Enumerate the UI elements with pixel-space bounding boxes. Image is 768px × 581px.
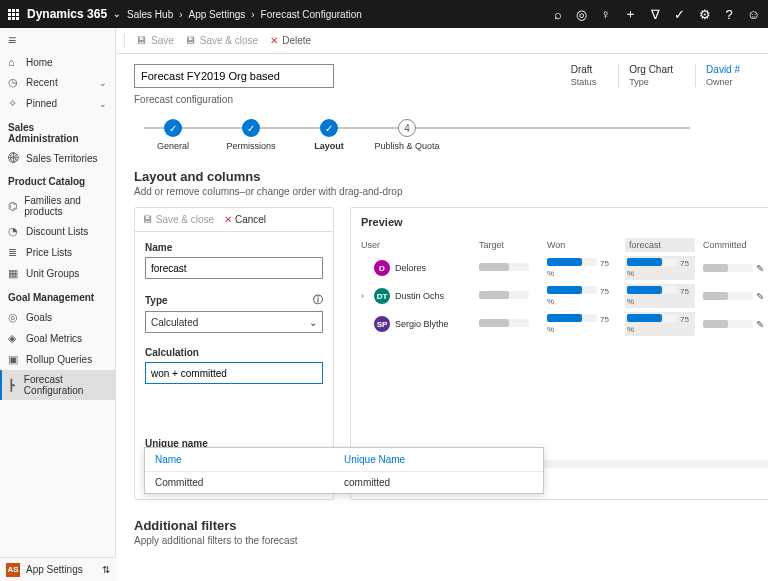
- delete-icon: ✕: [270, 35, 278, 46]
- sidebar-item-prices[interactable]: ≣Price Lists: [0, 242, 115, 263]
- sidebar-item-home[interactable]: ⌂Home: [0, 52, 115, 72]
- record-subtitle: Forecast configuration: [134, 94, 334, 105]
- avatar: D: [374, 260, 390, 276]
- brand[interactable]: Dynamics 365⌄: [27, 7, 121, 21]
- name-label: Name: [145, 242, 323, 253]
- sidebar-group: Goal Management: [0, 284, 115, 307]
- waffle-icon[interactable]: [8, 9, 19, 20]
- chevron-down-icon: ⌄: [99, 99, 107, 109]
- calculation-input[interactable]: [145, 362, 323, 384]
- table-row: SPSergio Blythe: [361, 316, 471, 332]
- save-icon: 💾︎: [137, 35, 147, 46]
- dd-col-unique: Unique Name: [344, 454, 533, 465]
- col-target: Target: [479, 240, 539, 250]
- breadcrumb[interactable]: Sales Hub: [127, 9, 173, 20]
- globe-icon: 🌐︎: [8, 152, 20, 164]
- edit-icon[interactable]: ✎: [756, 263, 764, 274]
- section-title: Layout and columns: [134, 169, 750, 184]
- expand-icon[interactable]: ›: [361, 291, 369, 301]
- table-row: ›DTDustin Ochs: [361, 288, 471, 304]
- sidebar-item-pinned[interactable]: ✧Pinned⌄: [0, 93, 115, 114]
- avatar: DT: [374, 288, 390, 304]
- chevron-down-icon: ⌄: [99, 78, 107, 88]
- sidebar-item-rollup[interactable]: ▣Rollup Queries: [0, 349, 115, 370]
- sidebar-item-forecast-config[interactable]: ┣Forecast Configuration: [0, 370, 115, 400]
- col-user: User: [361, 240, 471, 250]
- search-icon[interactable]: ⌕: [554, 7, 562, 22]
- step-general[interactable]: ✓General: [134, 119, 212, 151]
- help-icon[interactable]: ?: [725, 7, 732, 22]
- panel-cancel[interactable]: ✕ Cancel: [224, 214, 266, 225]
- account-icon[interactable]: ☺: [747, 7, 760, 22]
- sidebar-group: Product Catalog: [0, 168, 115, 191]
- save-button[interactable]: 💾︎Save: [137, 35, 174, 46]
- col-committed: Committed: [703, 240, 768, 250]
- add-icon[interactable]: ＋: [624, 5, 637, 23]
- step-permissions[interactable]: ✓Permissions: [212, 119, 290, 151]
- save-close-button[interactable]: 💾︎Save & close: [186, 35, 258, 46]
- sidebar-item-families[interactable]: ⌬Families and products: [0, 191, 115, 221]
- units-icon: ▦: [8, 267, 20, 280]
- assistant-icon[interactable]: ◎: [576, 7, 587, 22]
- add-filters-button[interactable]: ＋Add filters: [134, 556, 750, 557]
- goal-icon: ◎: [8, 311, 20, 324]
- global-actions: ⌕ ◎ ♀ ＋ ∇ ✓ ⚙ ? ☺: [554, 5, 760, 23]
- owner-link[interactable]: David #: [706, 64, 740, 75]
- record-header-meta: DraftStatus Org ChartType David #Owner: [561, 64, 750, 87]
- tree-icon: ⌬: [8, 200, 18, 213]
- preview-title: Preview: [361, 216, 768, 228]
- filter-icon[interactable]: ∇: [651, 7, 660, 22]
- sidebar: ≡ ⌂Home ◷Recent⌄ ✧Pinned⌄ Sales Administ…: [0, 28, 116, 557]
- rollup-icon: ▣: [8, 353, 20, 366]
- edit-icon[interactable]: ✎: [756, 291, 764, 302]
- home-icon: ⌂: [8, 56, 20, 68]
- name-input[interactable]: [145, 257, 323, 279]
- delete-button[interactable]: ✕Delete: [270, 35, 311, 46]
- step-publish[interactable]: 4Publish & Quota: [368, 119, 446, 151]
- avatar: SP: [374, 316, 390, 332]
- type-select[interactable]: Calculated⌄: [145, 311, 323, 333]
- breadcrumb[interactable]: Forecast Configuration: [261, 9, 362, 20]
- dd-col-name: Name: [155, 454, 344, 465]
- forecast-icon: ┣: [8, 379, 18, 392]
- sidebar-item-discounts[interactable]: ◔Discount Lists: [0, 221, 115, 242]
- breadcrumb[interactable]: App Settings: [189, 9, 246, 20]
- pin-icon: ✧: [8, 97, 20, 110]
- chevron-updown-icon: ⇅: [102, 564, 110, 575]
- col-won: Won: [547, 240, 617, 250]
- lightbulb-icon[interactable]: ♀: [601, 7, 611, 22]
- col-forecast: forecast: [625, 238, 695, 252]
- global-nav: Dynamics 365⌄ Sales Hub › App Settings ›…: [0, 0, 768, 28]
- settings-icon[interactable]: ⚙: [699, 7, 711, 22]
- step-layout[interactable]: ✓Layout: [290, 119, 368, 151]
- status-value: Draft: [571, 64, 597, 75]
- sidebar-group: Sales Administration: [0, 114, 115, 148]
- preview-grid: User Target Won forecast Committed DDelo…: [361, 238, 768, 336]
- chevron-down-icon: ⌄: [309, 317, 317, 328]
- save-icon: 💾︎: [186, 35, 196, 46]
- filters-subtitle: Apply additional filters to the forecast: [134, 535, 750, 546]
- edit-icon[interactable]: ✎: [756, 319, 764, 330]
- calculation-suggest-dropdown[interactable]: NameUnique Name Committedcommitted: [144, 447, 544, 494]
- metrics-icon: ◈: [8, 332, 20, 345]
- hamburger-icon[interactable]: ≡: [8, 32, 16, 48]
- area-icon: AS: [6, 563, 20, 577]
- discount-icon: ◔: [8, 225, 20, 238]
- dd-row[interactable]: Committedcommitted: [145, 472, 543, 493]
- task-icon[interactable]: ✓: [674, 7, 685, 22]
- info-icon[interactable]: ⓘ: [313, 293, 323, 307]
- sidebar-item-goals[interactable]: ◎Goals: [0, 307, 115, 328]
- command-bar: 💾︎Save 💾︎Save & close ✕Delete: [116, 28, 768, 54]
- sidebar-item-territories[interactable]: 🌐︎Sales Territories: [0, 148, 115, 168]
- panel-save-close[interactable]: 💾︎ Save & close: [143, 214, 214, 225]
- type-label: Typeⓘ: [145, 293, 323, 307]
- sidebar-item-units[interactable]: ▦Unit Groups: [0, 263, 115, 284]
- type-value: Org Chart: [629, 64, 673, 75]
- record-title-input[interactable]: [134, 64, 334, 88]
- sidebar-item-recent[interactable]: ◷Recent⌄: [0, 72, 115, 93]
- sidebar-item-metrics[interactable]: ◈Goal Metrics: [0, 328, 115, 349]
- area-switcher[interactable]: AS App Settings ⇅: [0, 557, 116, 581]
- calculation-label: Calculation: [145, 347, 323, 358]
- price-icon: ≣: [8, 246, 20, 259]
- filters-title: Additional filters: [134, 518, 750, 533]
